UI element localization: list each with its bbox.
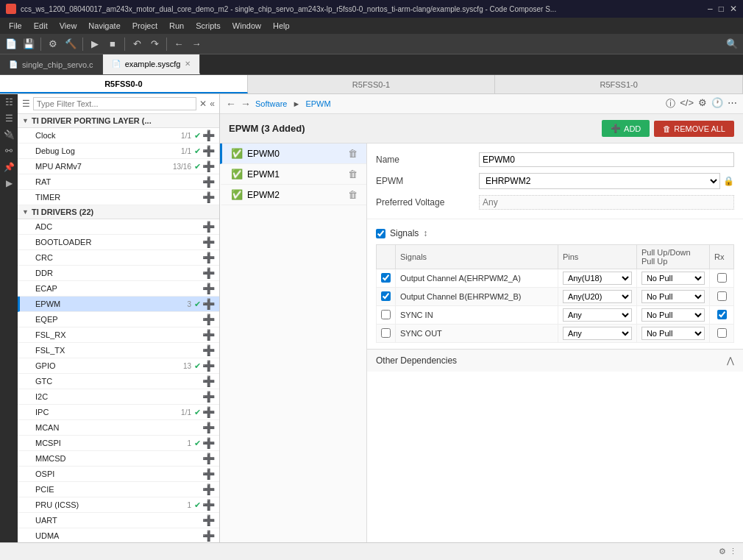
menu-run[interactable]: Run [163,20,190,32]
sidebar-item-mmcsd[interactable]: MMCSD ➕ [18,451,219,467]
sidebar-item-ecap-add[interactable]: ➕ [202,283,215,294]
signal-row-2-pin-select[interactable]: Any [563,308,632,322]
epwm-select[interactable]: EHRPWM2 [479,173,720,189]
sidebar-item-clock-add[interactable]: ➕ [202,130,215,141]
sidebar-item-i2c-add[interactable]: ➕ [202,391,215,403]
signal-row-3-pin-select[interactable]: Any [563,327,632,340]
info-icon[interactable]: ⓘ [666,97,675,110]
sidebar-item-gpio[interactable]: GPIO 13 ✔ ➕ [18,358,219,374]
sidebar-item-ecap[interactable]: ECAP ➕ [18,281,219,297]
sidebar-item-ipc[interactable]: IPC 1/1 ✔ ➕ [18,405,219,420]
menu-edit[interactable]: Edit [28,20,54,32]
tab-example-syscfg[interactable]: 📄 example.syscfg ✕ [103,54,201,74]
signal-row-0-rx-checkbox[interactable] [717,273,727,283]
sidebar-item-mpu[interactable]: MPU ARMv7 13/16 ✔ ➕ [18,159,219,174]
sidebar-item-adc-add[interactable]: ➕ [202,221,215,233]
signal-row-3-pull-select[interactable]: No Pull [641,327,705,340]
instance-epwm0-delete[interactable]: 🗑 [348,148,358,159]
remove-all-button[interactable]: 🗑 REMOVE ALL [654,121,734,137]
signals-checkbox[interactable] [376,229,385,238]
sidebar-item-rat-add[interactable]: ➕ [202,176,215,188]
sidebar-item-timer-add[interactable]: ➕ [202,191,215,203]
sidebar-item-fslrx-add[interactable]: ➕ [202,329,215,341]
sidebar-item-ospi[interactable]: OSPI ➕ [18,467,219,482]
menu-help[interactable]: Help [267,20,296,32]
signal-row-1-rx-checkbox[interactable] [717,291,727,301]
sidebar-item-debuglog[interactable]: Debug Log 1/1 ✔ ➕ [18,143,219,159]
sidebar-item-pru-add[interactable]: ➕ [202,499,215,511]
preferred-voltage-input[interactable] [479,195,734,210]
sidebar-item-pcie-add[interactable]: ➕ [202,483,215,495]
instance-epwm1[interactable]: ✅ EPWM1 🗑 [220,164,366,185]
sidebar-item-uart[interactable]: UART ➕ [18,513,219,528]
sidebar-item-fslrx[interactable]: FSL_RX ➕ [18,327,219,343]
sidebar-group-drivers-header[interactable]: ▼ TI DRIVERS (22) [18,205,219,219]
sidebar-item-bootloader[interactable]: BOOTLOADER ➕ [18,235,219,250]
sidebar-item-gpio-add[interactable]: ➕ [202,360,215,372]
instance-epwm2[interactable]: ✅ EPWM2 🗑 [220,185,366,205]
breadcrumb-software[interactable]: Software [255,99,287,108]
rail-layers-icon[interactable]: ⚯ [5,146,13,156]
toolbar-build[interactable]: ⚙ [45,36,61,52]
signals-sort-icon[interactable]: ↕ [423,228,427,238]
instance-epwm0[interactable]: ✅ EPWM0 🗑 [220,143,366,164]
instance-epwm2-delete[interactable]: 🗑 [348,189,358,200]
instance-epwm1-delete[interactable]: 🗑 [348,169,358,180]
sidebar-item-ddr-add[interactable]: ➕ [202,267,215,279]
sidebar-item-mcspi-add[interactable]: ➕ [202,437,215,449]
sidebar-item-pru[interactable]: PRU (ICSS) 1 ✔ ➕ [18,497,219,513]
sidebar-item-mpu-add[interactable]: ➕ [202,160,215,172]
signal-row-1-checkbox[interactable] [381,291,391,301]
toolbar-undo[interactable]: ↶ [129,36,145,52]
toolbar-build2[interactable]: 🔨 [63,36,79,52]
signal-row-0-checkbox[interactable] [381,273,391,283]
sidebar-search-input[interactable] [33,97,196,110]
toolbar-stop[interactable]: ■ [104,36,121,52]
sidebar-item-uart-add[interactable]: ➕ [202,514,215,526]
rail-scope-icon[interactable]: ▶ [6,178,13,188]
sidebar-item-gtc[interactable]: GTC ➕ [18,374,219,389]
window-controls[interactable]: – □ ✕ [708,4,737,14]
sidebar-item-timer[interactable]: TIMER ➕ [18,190,219,205]
rail-grid-icon[interactable]: ☷ [5,97,13,107]
sidebar-item-i2c[interactable]: I2C ➕ [18,389,219,405]
signal-row-2-rx-checkbox[interactable] [717,310,727,319]
toolbar-back[interactable]: ← [171,36,187,52]
sidebar-item-udma-add[interactable]: ➕ [202,530,215,542]
tab-close-icon[interactable]: ✕ [185,60,191,68]
settings-icon[interactable]: ⚙ [698,97,707,110]
sidebar-item-bootloader-add[interactable]: ➕ [202,236,215,248]
signal-row-1-pull-select[interactable]: No Pull [641,290,705,303]
sidebar-item-ipc-add[interactable]: ➕ [202,406,215,418]
toolbar-redo[interactable]: ↷ [146,36,163,52]
sidebar-item-crc-add[interactable]: ➕ [202,252,215,263]
sidebar-item-pcie[interactable]: PCIE ➕ [18,482,219,497]
minimize-button[interactable]: – [708,4,713,14]
sidebar-item-fsltx-add[interactable]: ➕ [202,344,215,356]
sidebar-item-mcspi[interactable]: MCSPI 1 ✔ ➕ [18,436,219,451]
other-dependencies-section[interactable]: Other Dependencies ⋀ [367,349,743,372]
toolbar-forward[interactable]: → [188,36,205,52]
toolbar-new[interactable]: 📄 [3,36,19,52]
sidebar-item-eqep-add[interactable]: ➕ [202,313,215,325]
menu-scripts[interactable]: Scripts [190,20,227,32]
toolbar-save[interactable]: 💾 [21,36,37,52]
name-input[interactable] [479,152,734,167]
menu-navigate[interactable]: Navigate [82,20,126,32]
toolbar-search[interactable]: 🔍 [724,36,740,52]
signal-row-0-pull-select[interactable]: No Pull [641,272,705,285]
menu-file[interactable]: File [3,20,28,32]
sidebar-item-mcan[interactable]: MCAN ➕ [18,420,219,436]
history-icon[interactable]: 🕐 [711,97,723,110]
sidebar-group-porting-header[interactable]: ▼ TI DRIVER PORTING LAYER (... [18,114,219,128]
breadcrumb-epwm[interactable]: EPWM [305,99,330,108]
sidebar-item-fsltx[interactable]: FSL_TX ➕ [18,343,219,358]
sidebar-item-crc[interactable]: CRC ➕ [18,250,219,266]
signal-row-3-checkbox[interactable] [381,328,391,338]
core-tab-1[interactable]: R5FSS0-1 [248,75,496,93]
sidebar-item-mmcsd-add[interactable]: ➕ [202,453,215,464]
sidebar-item-gtc-add[interactable]: ➕ [202,375,215,387]
sidebar-item-ospi-add[interactable]: ➕ [202,468,215,480]
sidebar-item-ddr[interactable]: DDR ➕ [18,266,219,281]
sidebar-item-epwm-add[interactable]: ➕ [202,298,215,310]
